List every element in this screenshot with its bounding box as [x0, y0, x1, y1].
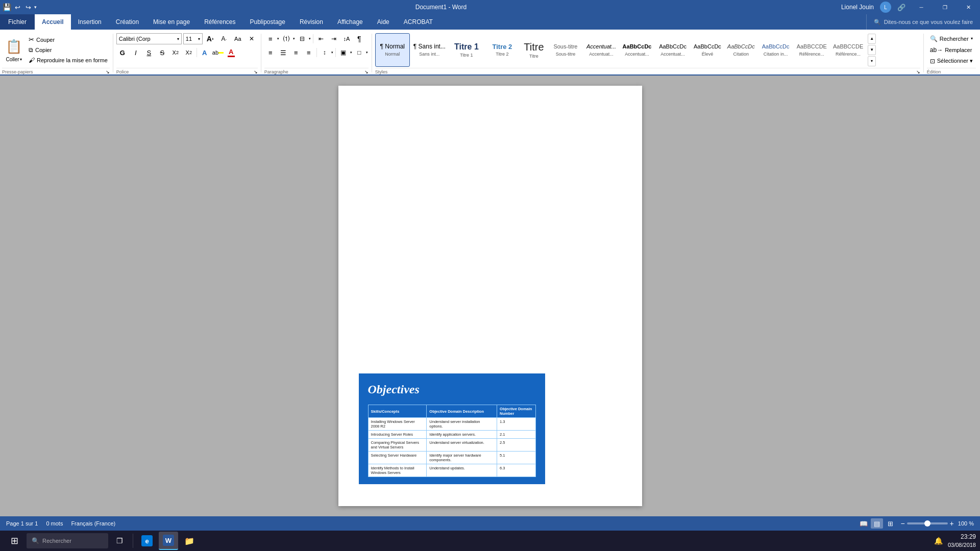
- paragraph-more-icon[interactable]: ↘: [364, 69, 369, 74]
- tab-aide[interactable]: Aide: [370, 14, 397, 30]
- show-marks-button[interactable]: ¶: [353, 33, 365, 45]
- taskbar-edge[interactable]: e: [137, 532, 157, 550]
- minimize-button[interactable]: ─: [910, 0, 933, 14]
- ribbon-search[interactable]: 🔍 Dites-nous ce que vous voulez faire: [866, 14, 980, 30]
- style-titre[interactable]: Titre Titre: [521, 33, 547, 67]
- style-accentuat2[interactable]: AaBbCcDc Accentuat...: [620, 33, 654, 67]
- close-button[interactable]: ✕: [957, 0, 980, 14]
- style-sous-titre[interactable]: Sous-titre Sous-titre: [548, 33, 583, 67]
- styles-scroll-up[interactable]: ▲: [868, 34, 876, 44]
- strikethrough-button[interactable]: S: [156, 46, 168, 59]
- tab-publipostage[interactable]: Publipostage: [243, 14, 292, 30]
- style-reference2[interactable]: AaBBCCDE Référence...: [830, 33, 866, 67]
- styles-expand[interactable]: ▾: [868, 56, 876, 66]
- multilevel-button[interactable]: ⊟ ▾: [296, 33, 311, 45]
- superscript-button[interactable]: X2: [183, 46, 195, 59]
- font-size-dropdown[interactable]: 11 ▾: [183, 33, 203, 44]
- web-layout-button[interactable]: ⊞: [884, 518, 896, 529]
- rechercher-button[interactable]: 🔍 Rechercher ▾: [927, 34, 976, 44]
- restore-button[interactable]: ❐: [933, 0, 957, 14]
- style-citation[interactable]: AaBbCcDc Citation: [725, 33, 757, 67]
- justify-button[interactable]: ≡: [303, 46, 315, 59]
- font-color-button[interactable]: A: [225, 46, 237, 59]
- start-button[interactable]: ⊞: [4, 532, 24, 550]
- zoom-out-button[interactable]: −: [900, 520, 904, 527]
- share-icon[interactable]: 🔗: [895, 1, 908, 13]
- read-mode-button[interactable]: 📖: [857, 518, 870, 529]
- profile-icon[interactable]: L: [880, 2, 891, 13]
- clipboard-more-icon[interactable]: ↘: [106, 69, 110, 74]
- style-reference[interactable]: AaBBCCDE Référence...: [794, 33, 829, 67]
- borders-button[interactable]: □ ▾: [353, 46, 369, 59]
- numbered-arrow[interactable]: ▾: [292, 37, 296, 41]
- task-view-button[interactable]: ❐: [110, 532, 129, 550]
- zoom-in-button[interactable]: +: [950, 520, 954, 527]
- line-spacing-button[interactable]: ↕ ▾: [318, 46, 334, 59]
- undo-icon[interactable]: ↩: [13, 3, 22, 12]
- align-center-button[interactable]: ☰: [277, 46, 289, 59]
- styles-more-icon[interactable]: ↘: [916, 69, 920, 74]
- increase-indent-button[interactable]: ⇥: [328, 33, 340, 45]
- shading-button[interactable]: ▣ ▾: [337, 46, 353, 59]
- tab-revision[interactable]: Révision: [292, 14, 330, 30]
- style-accentuat3-label: Accentuat...: [660, 52, 685, 57]
- style-eleve[interactable]: AaBbCcDc Élevé: [691, 33, 724, 67]
- style-sans-int[interactable]: ¶ Sans int... Sans int...: [411, 33, 448, 67]
- decrease-font-button[interactable]: A-: [218, 33, 230, 45]
- taskbar-explorer[interactable]: 📁: [180, 532, 199, 550]
- style-citation-in[interactable]: AaBbCcDc Citation in...: [758, 33, 793, 67]
- bullets-button[interactable]: ≡ ▾: [264, 33, 280, 45]
- taskbar-word[interactable]: W: [159, 532, 178, 550]
- font-name-dropdown[interactable]: Calibri (Corp ▾: [116, 33, 182, 44]
- coller-button[interactable]: 📋 Coller ▾: [2, 33, 26, 67]
- sort-button[interactable]: ↕A: [340, 33, 353, 45]
- text-highlight-button[interactable]: ab: [212, 46, 224, 59]
- taskbar-search[interactable]: 🔍 Rechercher: [27, 533, 108, 548]
- page-indicator: Page 1 sur 1: [6, 520, 38, 527]
- tab-accueil[interactable]: Accueil: [35, 14, 71, 30]
- tab-acrobat[interactable]: ACROBAT: [397, 14, 440, 30]
- bullets-arrow[interactable]: ▾: [277, 37, 280, 41]
- style-normal[interactable]: ¶ Normal Normal: [375, 33, 410, 67]
- italic-button[interactable]: I: [130, 46, 142, 59]
- style-titre-preview: Titre: [524, 41, 544, 53]
- save-icon[interactable]: 💾: [2, 3, 11, 12]
- table-cell: Installing Windows Server 2008 R2: [368, 418, 427, 431]
- align-left-button[interactable]: ≡: [264, 46, 277, 59]
- print-layout-button[interactable]: ▤: [871, 518, 883, 529]
- coller-dropdown-icon[interactable]: ▾: [20, 57, 22, 62]
- text-effects-button[interactable]: A: [199, 46, 211, 59]
- tab-insertion[interactable]: Insertion: [71, 14, 109, 30]
- selectionner-button[interactable]: ⊡ Sélectionner ▾: [927, 56, 976, 66]
- subscript-button[interactable]: X2: [169, 46, 182, 59]
- style-titre2[interactable]: Titre 2 Titre 2: [485, 33, 520, 67]
- police-more-icon[interactable]: ↘: [254, 69, 258, 74]
- tab-mise-en-page[interactable]: Mise en page: [146, 14, 197, 30]
- tab-creation[interactable]: Création: [109, 14, 146, 30]
- qa-dropdown[interactable]: ▾: [34, 5, 37, 10]
- reproduire-button[interactable]: 🖌 Reproduire la mise en forme: [27, 56, 110, 65]
- numbered-button[interactable]: ⑴ ▾: [280, 33, 296, 45]
- redo-icon[interactable]: ↪: [23, 3, 33, 12]
- remplacer-button[interactable]: ab→ Remplacer: [927, 45, 976, 55]
- align-right-button[interactable]: ≡: [290, 46, 302, 59]
- couper-button[interactable]: ✂ Couper: [27, 35, 110, 44]
- increase-font-button[interactable]: A+: [204, 33, 216, 45]
- copier-button[interactable]: ⧉ Copier: [27, 45, 110, 55]
- clear-format-button[interactable]: ✕: [246, 33, 258, 45]
- document-page[interactable]: Objectives Skills/Concepts Objective Dom…: [338, 86, 642, 506]
- change-case-button[interactable]: Aa: [232, 33, 244, 45]
- style-titre1[interactable]: Titre 1 Titre 1: [449, 33, 484, 67]
- styles-scroll-down[interactable]: ▼: [868, 45, 876, 55]
- decrease-indent-button[interactable]: ⇤: [315, 33, 327, 45]
- tab-fichier[interactable]: Fichier: [0, 14, 35, 30]
- zoom-slider[interactable]: [907, 522, 948, 524]
- tab-references[interactable]: Références: [197, 14, 242, 30]
- style-accentuat1[interactable]: Accentuat... Accentuat...: [584, 33, 619, 67]
- notifications-icon[interactable]: 🔔: [934, 537, 943, 545]
- multilevel-arrow[interactable]: ▾: [308, 37, 311, 41]
- underline-button[interactable]: S: [143, 46, 155, 59]
- bold-button[interactable]: G: [116, 46, 129, 59]
- tab-affichage[interactable]: Affichage: [330, 14, 370, 30]
- style-accentuat3[interactable]: AaBbCcDc Accentuat...: [655, 33, 690, 67]
